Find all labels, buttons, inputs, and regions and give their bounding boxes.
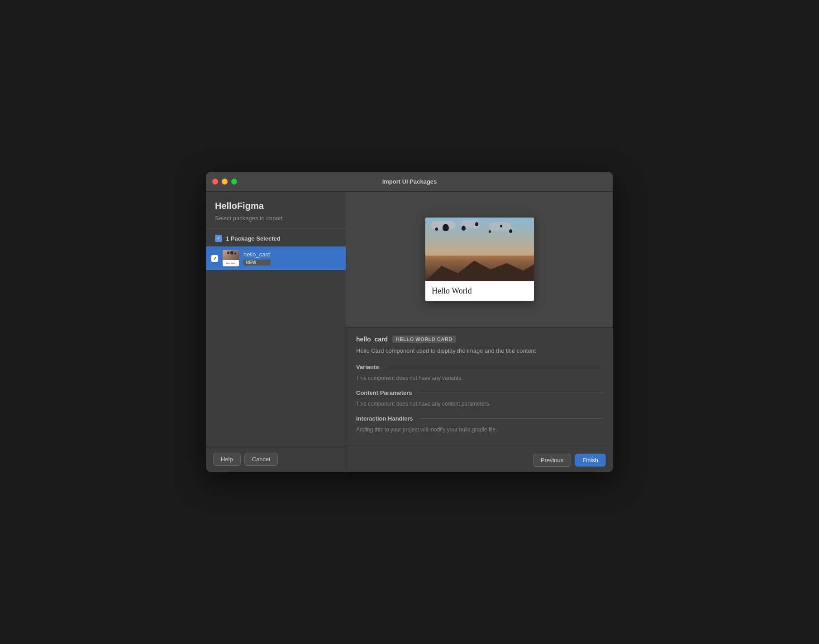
variants-line [385,367,603,367]
package-checkbox[interactable]: ✓ [211,255,218,262]
balloon-6 [500,225,502,227]
interaction-section: Interaction Handlers Adding this to your… [356,415,603,434]
content-params-section: Content Parameters This component does n… [356,389,603,408]
interaction-text: Adding this to your project will modify … [356,426,603,434]
package-info: hello_card NEW [243,251,271,265]
window-title: Import UI Packages [382,178,437,185]
previous-button[interactable]: Previous [533,454,571,467]
package-list: ✓ Hello World [206,246,346,446]
content-params-text: This component does not have any content… [356,400,603,408]
detail-header: hello_card HELLO WORLD CARD [356,336,603,343]
thumb-text-area: Hello World [223,260,239,266]
checkbox-check-icon: ✓ [217,236,220,241]
sidebar-subtitle: Select packages to import [215,215,337,222]
card-preview: Hello World [425,218,534,301]
thumb-balloon-2 [230,251,233,255]
balloon-7 [509,229,512,233]
traffic-lights [212,179,237,185]
package-thumbnail: Hello World [223,250,239,266]
import-dialog: Import UI Packages HelloFigma Select pac… [206,172,613,472]
thumb-balloon-3 [234,252,236,255]
minimize-button[interactable] [222,179,228,185]
card-image [425,218,534,281]
help-button[interactable]: Help [213,453,241,466]
title-bar: Import UI Packages [206,172,613,192]
card-image-background [425,218,534,281]
thumb-balloon-1 [227,251,229,254]
card-title: Hello World [432,286,528,296]
select-all-checkbox[interactable]: ✓ [215,235,222,242]
package-check-icon: ✓ [213,256,217,261]
package-name: hello_card [243,251,271,258]
package-selected-label: 1 Package Selected [226,235,281,242]
window-body: HelloFigma Select packages to import ✓ 1… [206,192,613,472]
main-panel: Hello World hello_card HELLO WORLD CARD … [346,192,613,472]
content-params-header: Content Parameters [356,389,603,396]
package-selected-row[interactable]: ✓ 1 Package Selected [206,235,346,246]
detail-area: hello_card HELLO WORLD CARD Hello Card c… [346,327,613,448]
balloon-4 [435,227,438,231]
variants-title: Variants [356,364,379,370]
detail-package-name: hello_card [356,336,388,343]
balloon-main [443,224,449,231]
detail-description: Hello Card component used to display the… [356,346,603,355]
interaction-line [419,418,603,419]
package-item[interactable]: ✓ Hello World [206,246,346,270]
close-button[interactable] [212,179,218,185]
balloon-3 [475,222,478,226]
variants-section: Variants This component does not have an… [356,364,603,382]
sidebar: HelloFigma Select packages to import ✓ 1… [206,192,346,472]
content-params-line [418,393,603,393]
variants-text: This component does not have any variant… [356,374,603,382]
sidebar-footer: Help Cancel [206,446,346,472]
app-name: HelloFigma [215,201,337,211]
balloon-2 [462,226,466,231]
thumb-image [223,250,239,260]
detail-tag: HELLO WORLD CARD [392,336,456,343]
content-params-title: Content Parameters [356,389,412,396]
mountain-silhouette [425,256,534,281]
maximize-button[interactable] [231,179,237,185]
finish-button[interactable]: Finish [575,454,606,467]
interaction-title: Interaction Handlers [356,415,413,422]
preview-area: Hello World [346,192,613,327]
sidebar-header: HelloFigma Select packages to import [206,201,346,228]
interaction-header: Interaction Handlers [356,415,603,422]
cancel-button[interactable]: Cancel [244,453,278,466]
package-badge: NEW [243,260,271,265]
balloon-5 [489,230,491,233]
sidebar-divider [206,228,346,228]
variants-header: Variants [356,364,603,370]
thumb-label: Hello World [226,262,236,265]
bottom-bar: Previous Finish [346,448,613,472]
card-title-area: Hello World [425,281,534,301]
